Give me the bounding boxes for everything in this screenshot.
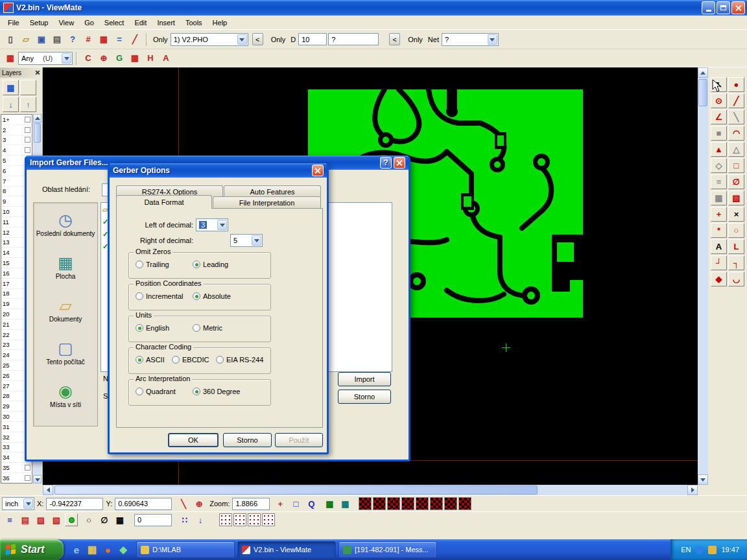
delete-icon[interactable]: × [728,207,744,222]
radio-leading[interactable]: Leading [193,261,228,268]
hatch-layer-icon[interactable]: ▨ [34,513,48,527]
chevron-down-icon[interactable] [488,34,497,45]
dcode-filter-field[interactable]: ? [328,33,379,45]
radio-ebcdic[interactable]: EBCDIC [172,356,209,364]
place-item[interactable]: ▦ Plocha [34,246,97,288]
layer-up-icon[interactable]: ↑ [20,97,36,112]
tray-messenger-icon[interactable] [695,546,704,554]
task-button-viewmate[interactable]: V2.bin - ViewMate [237,541,336,558]
radio-360-degree[interactable]: 360 Degree [193,388,241,395]
hatch-icon[interactable]: ▧ [728,191,744,205]
place-item[interactable]: ▢ Tento počítač [34,331,97,374]
aperture-tile-icon[interactable] [416,497,429,510]
layers-stack-icon[interactable]: ≡ [711,174,727,189]
selection-mode-icon[interactable]: ▦ [3,51,18,65]
language-indicator[interactable]: EN [681,546,691,554]
close-icon[interactable] [35,70,40,75]
import-button[interactable]: Import [338,372,391,386]
triangle-icon[interactable]: △ [728,142,744,157]
scroll-down-icon[interactable] [698,474,708,485]
y-coordinate-field[interactable]: 0.690643 [115,498,172,510]
dot-grid-icon[interactable]: ∷ [178,513,192,527]
cancel-button[interactable]: Storno [223,433,272,447]
aperture-tile-icon[interactable] [444,497,457,510]
layer-swatch[interactable] [25,117,30,122]
lasso-select-icon[interactable]: ○ [82,513,96,527]
scroll-left-icon[interactable] [43,485,53,495]
grid-toggle-icon[interactable]: ▦ [322,496,337,511]
filled-diamond-icon[interactable]: ◆ [711,272,727,286]
dialog-title-bar[interactable]: Gerber Options [110,163,327,178]
flash-pad-icon[interactable]: ● [728,77,744,92]
l-shape-icon[interactable]: L [728,239,744,254]
layer-combo[interactable]: 1) V2.PHO [171,33,248,46]
chevron-down-icon[interactable] [252,235,261,246]
probe-icon[interactable]: ∅ [97,513,112,527]
apply-button[interactable]: Použít [275,433,323,447]
menu-item[interactable]: Tools [180,17,208,29]
film-layer-icon[interactable]: ▤ [18,513,32,527]
chevron-down-icon[interactable] [217,220,227,230]
browser-icon[interactable]: ● [101,543,114,556]
drop-anchor-icon[interactable]: ↓ [193,513,208,527]
start-button[interactable]: Start [0,539,64,560]
open-file-icon[interactable]: ▱ [19,32,33,47]
layer-swatch[interactable] [25,137,30,143]
gerber-tool-icon[interactable]: G [112,51,126,65]
layer-swatch[interactable] [25,127,30,133]
menu-item[interactable]: Select [99,17,130,29]
clock[interactable]: 19:47 [721,546,739,554]
menu-item[interactable]: Edit [129,17,152,29]
cancel-button[interactable]: Storno [338,390,391,404]
restore-button[interactable] [717,1,730,14]
radio-english[interactable]: English [136,324,169,332]
table-view-icon[interactable]: ▦ [113,513,127,527]
origin-target-icon[interactable]: ⊕ [192,496,206,511]
tray-update-icon[interactable] [708,546,717,554]
messenger-icon[interactable]: ◆ [117,543,130,556]
pattern-tile-icon[interactable] [219,513,232,526]
star-icon[interactable]: * [711,223,727,238]
layer-row[interactable]: 3 [1,135,32,146]
layer-down-icon[interactable]: ↓ [3,97,19,112]
scroll-up-icon[interactable] [33,114,42,122]
radio-quadrant[interactable]: Quadrant [136,388,176,395]
help-select-icon[interactable]: ? [65,32,80,47]
save-file-icon[interactable]: ▣ [34,32,49,47]
only-layer-label[interactable]: Only [153,36,168,43]
minimize-button[interactable] [702,1,715,14]
units-combo[interactable]: inch [2,497,34,510]
task-button-mlab[interactable]: D:\MLAB [136,541,235,558]
diagonal-measure-icon[interactable]: ╲ [176,496,191,511]
chevron-down-icon[interactable] [23,498,33,509]
zoom-window-icon[interactable]: □ [289,496,303,511]
zoom-query-icon[interactable]: Q [304,496,318,511]
grid-icon[interactable]: ▦ [711,191,727,205]
menu-item[interactable]: Setup [25,17,54,29]
tab-auto-features[interactable]: Auto Features [224,185,321,197]
aperture-tile-icon[interactable] [373,497,386,510]
layer-row[interactable]: 2 [1,125,32,135]
layers-panel-header[interactable]: Layers [0,67,42,78]
polyline-icon[interactable]: ∠ [711,110,727,124]
tab-data-format[interactable]: Data Format [116,195,212,209]
pattern-tile-icon[interactable] [248,513,261,526]
count-field[interactable]: 0 [134,514,172,526]
measure-icon[interactable]: ╱ [128,32,142,47]
circle-icon[interactable]: ○ [728,223,744,238]
menu-item[interactable]: Insert [152,17,180,29]
radio-absolute[interactable]: Absolute [193,292,231,300]
layer-table-icon[interactable]: ▦ [3,80,19,95]
radio-incremental[interactable]: Incremental [136,292,183,300]
help-button[interactable]: ? [380,157,392,169]
pattern-tile-icon[interactable] [233,513,246,526]
aperture-tile-icon[interactable] [458,497,471,510]
h-tool-icon[interactable]: H [143,51,158,65]
layer-swatch[interactable] [25,147,30,153]
place-item[interactable]: ◷ Poslední dokumenty [34,203,97,246]
left-of-decimal-combo[interactable]: 3 [196,218,228,231]
close-button[interactable] [394,157,405,169]
close-button[interactable] [731,1,745,14]
prev-layer-button[interactable]: < [252,33,263,45]
print-icon[interactable]: ▤ [50,32,64,47]
